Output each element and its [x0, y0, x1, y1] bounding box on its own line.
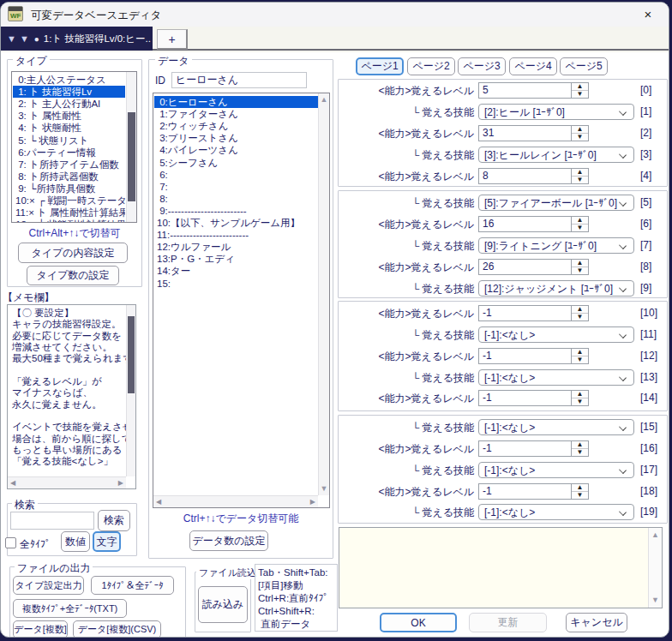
ok-button[interactable]: OK — [380, 613, 457, 632]
page-2-tab[interactable]: ページ2 — [407, 57, 455, 75]
type-list-scrollbar[interactable] — [126, 72, 136, 222]
list-item[interactable]: 6:パーティー情報 — [13, 147, 125, 159]
multi-type-all-data-button[interactable]: 複数ﾀｲﾌﾟ+全ﾃﾞｰﾀ(TXT) — [13, 599, 127, 618]
spin-down-icon[interactable]: ▼ — [572, 267, 588, 275]
level-spinner[interactable]: -1▲▼ — [478, 390, 589, 406]
skill-combobox[interactable]: [-1]:<なし> — [478, 369, 634, 386]
close-icon[interactable]: × — [638, 6, 658, 23]
spin-down-icon[interactable]: ▼ — [572, 134, 588, 141]
type-count-button[interactable]: タイプ数の設定 — [27, 266, 119, 285]
spin-down-icon[interactable]: ▼ — [572, 449, 588, 457]
search-button[interactable]: 検索 — [98, 510, 130, 531]
list-item[interactable]: 8: ト所持武器個数 — [13, 171, 125, 183]
search-input[interactable] — [10, 512, 94, 530]
list-item[interactable]: 13:P・G・エディ — [154, 253, 318, 265]
list-item[interactable]: 7: ト所持アイテム個数 — [13, 159, 125, 171]
data-list[interactable]: 0:ヒーローさん 1:ファイターさん 2:ウィッチさん 3:プリーストさん 4:… — [153, 93, 330, 508]
memo-hscrollbar[interactable]: ◀ ▶ — [8, 476, 126, 488]
level-spinner[interactable]: -1▲▼ — [478, 483, 589, 500]
spin-down-icon[interactable]: ▼ — [572, 225, 588, 232]
list-item[interactable]: 8: — [154, 193, 318, 205]
scroll-left-icon[interactable]: ◀ — [10, 477, 15, 488]
skill-combobox[interactable]: [12]:ジャッジメント [ﾕｰｻﾞ0] — [478, 280, 634, 297]
list-item[interactable]: 6: — [154, 169, 318, 181]
list-item[interactable]: 10:【以下、サンプルゲーム用】 — [154, 217, 318, 229]
level-spinner[interactable]: 5▲▼ — [478, 82, 589, 99]
scroll-right-icon[interactable]: ▶ — [310, 496, 315, 507]
spin-down-icon[interactable]: ▼ — [572, 91, 588, 99]
cancel-button[interactable]: キャンセル — [566, 613, 627, 632]
data-list-vscrollbar[interactable]: ▲ ▼ — [318, 93, 329, 495]
list-item[interactable]: 3: ト 属性耐性 — [13, 110, 125, 122]
level-spinner[interactable]: -1▲▼ — [478, 305, 589, 321]
page-1-tab[interactable]: ページ1 — [356, 57, 404, 75]
type-content-button[interactable]: タイプの内容設定 — [18, 243, 128, 263]
spin-down-icon[interactable]: ▼ — [572, 492, 588, 500]
all-types-checkbox[interactable] — [5, 537, 16, 548]
list-item[interactable]: 10:× ┌ 戦闘一時ステータス — [13, 195, 125, 207]
scroll-up-icon[interactable]: ▲ — [649, 530, 662, 541]
list-item[interactable]: 2: ト 主人公行動AI — [13, 98, 125, 110]
level-spinner[interactable]: -1▲▼ — [478, 440, 589, 457]
skill-combobox[interactable]: [5]:ファイアーボール [ﾕｰｻﾞ0] — [478, 195, 634, 211]
list-item[interactable]: 5: └ 状態リスト — [13, 135, 125, 147]
one-type-all-data-button[interactable]: 1ﾀｲﾌﾟ＆全ﾃﾞｰﾀ — [91, 576, 174, 595]
comment-textarea[interactable]: ▲ ▼ — [339, 527, 663, 608]
list-item[interactable]: 11:------------------------ — [154, 229, 318, 241]
page-5-tab[interactable]: ページ5 — [560, 57, 608, 75]
data-csv-button[interactable]: データ[複数](CSV) — [73, 620, 161, 638]
dropdown-arrow-icon[interactable]: ▼ — [20, 33, 29, 44]
page-4-tab[interactable]: ページ4 — [509, 57, 557, 75]
id-input[interactable] — [171, 72, 307, 88]
skill-combobox[interactable]: [-1]:<なし> — [478, 419, 634, 435]
type-output-button[interactable]: タイプ設定出力 — [13, 576, 84, 595]
skill-combobox[interactable]: [9]:ライトニング [ﾕｰｻﾞ0] — [478, 237, 634, 254]
list-item[interactable]: 5:シーフさん — [154, 157, 318, 169]
skill-combobox[interactable]: [2]:ヒール [ﾕｰｻﾞ0] — [478, 104, 634, 120]
spin-down-icon[interactable]: ▼ — [572, 177, 588, 184]
dropdown-arrow-icon[interactable]: ▼ — [7, 33, 16, 44]
level-spinner[interactable]: 8▲▼ — [478, 168, 589, 184]
text-toggle[interactable]: 文字 — [93, 531, 121, 552]
skill-combobox[interactable]: [3]:ヒールレイン [ﾕｰｻﾞ0] — [478, 147, 634, 163]
list-item[interactable]: 9: └所持防具個数 — [13, 183, 125, 195]
list-item[interactable]: 4:パイレーツさん — [154, 144, 318, 156]
numeric-toggle[interactable]: 数値 — [61, 531, 90, 552]
list-item[interactable]: 1:ファイターさん — [154, 108, 318, 120]
load-button[interactable]: 読み込み — [198, 586, 248, 623]
skill-combobox[interactable]: [-1]:<なし> — [478, 462, 634, 478]
scroll-up-icon[interactable]: ▲ — [319, 94, 329, 105]
list-item[interactable]: 0:主人公ステータス — [13, 74, 125, 86]
memo-box[interactable]: 【〇 要設定】 キャラの技能習得設定。 必要に応じてデータ数を 増減させてくださ… — [7, 304, 136, 489]
list-item[interactable]: 11:× ト 属性耐性計算結果 — [13, 207, 125, 219]
comment-vscrollbar[interactable]: ▲ ▼ — [648, 528, 662, 608]
data-list-hscrollbar[interactable]: ◀ ▶ — [153, 495, 318, 507]
title-bar[interactable]: WF 可変データベースエディタ × — [1, 3, 669, 27]
level-spinner[interactable]: 26▲▼ — [478, 259, 589, 275]
list-item[interactable]: 2:ウィッチさん — [154, 120, 318, 132]
list-item[interactable]: 9:------------------------ — [154, 205, 318, 217]
list-item-selected[interactable]: 0:ヒーローさん — [154, 96, 318, 108]
list-item[interactable]: 15: — [154, 278, 318, 290]
active-tab[interactable]: ▼▼●1:ト 技能習得Lv/0:ヒー.. — [1, 27, 153, 51]
scroll-down-icon[interactable]: ▼ — [649, 595, 662, 606]
list-item[interactable]: 12:× └ 状態耐性計算結果 — [13, 219, 125, 223]
memo-vscrollbar[interactable] — [126, 305, 135, 476]
list-item[interactable]: 3:プリーストさん — [154, 132, 318, 144]
page-3-tab[interactable]: ページ3 — [458, 57, 506, 75]
update-button[interactable]: 更新 — [469, 613, 547, 632]
type-list[interactable]: 0:主人公ステータス 1: ト 技能習得Lv 2: ト 主人公行動AI 3: ト… — [11, 71, 137, 223]
scroll-right-icon[interactable]: ▶ — [118, 477, 123, 488]
add-tab-button[interactable]: + — [157, 29, 188, 50]
skill-combobox[interactable]: [-1]:<なし> — [478, 504, 634, 520]
list-item[interactable]: 12:ウルファール — [154, 241, 318, 253]
data-count-button[interactable]: データ数の設定 — [189, 530, 268, 551]
spin-down-icon[interactable]: ▼ — [572, 356, 588, 364]
level-spinner[interactable]: 16▲▼ — [478, 216, 589, 232]
scroll-down-icon[interactable]: ▼ — [319, 483, 329, 494]
list-item-selected[interactable]: 1: ト 技能習得Lv — [13, 86, 125, 98]
scroll-left-icon[interactable]: ◀ — [156, 496, 161, 507]
spin-down-icon[interactable]: ▼ — [572, 398, 588, 406]
data-multi-button[interactable]: データ[複数] — [13, 620, 68, 638]
skill-combobox[interactable]: [-1]:<なし> — [478, 326, 634, 343]
